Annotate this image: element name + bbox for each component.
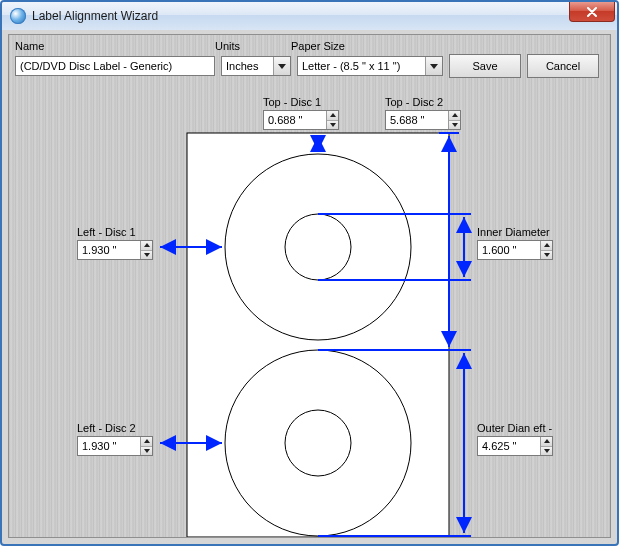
cancel-button[interactable]: Cancel xyxy=(527,54,599,78)
spinner-arrows[interactable] xyxy=(448,111,460,129)
left-disc1-label: Left - Disc 1 xyxy=(77,226,136,238)
top-disc1-value[interactable] xyxy=(264,111,326,129)
title-bar[interactable]: Label Alignment Wizard xyxy=(2,2,617,30)
top-disc2-label: Top - Disc 2 xyxy=(385,96,443,108)
name-label: Name xyxy=(15,40,215,52)
window-title: Label Alignment Wizard xyxy=(32,9,158,23)
units-value: Inches xyxy=(226,60,258,72)
top-disc2-input[interactable] xyxy=(385,110,461,130)
left-disc1-input[interactable] xyxy=(77,240,153,260)
name-value: (CD/DVD Disc Label - Generic) xyxy=(20,60,172,72)
paper-value: Letter - (8.5 " x 11 ") xyxy=(302,60,400,72)
chevron-down-icon xyxy=(425,57,442,75)
spinner-arrows[interactable] xyxy=(140,437,152,455)
inner-diameter-input[interactable] xyxy=(477,240,553,260)
left-disc2-value[interactable] xyxy=(78,437,140,455)
client-area: Name Units Paper Size (CD/DVD Disc Label… xyxy=(8,34,611,538)
inner-diameter-value[interactable] xyxy=(478,241,540,259)
disc-layout-diagram xyxy=(15,93,605,537)
save-button[interactable]: Save xyxy=(449,54,521,78)
spinner-arrows[interactable] xyxy=(326,111,338,129)
close-button[interactable] xyxy=(569,2,615,22)
inner-diameter-label: Inner Diameter xyxy=(477,226,550,238)
units-label: Units xyxy=(215,40,291,52)
left-disc2-label: Left - Disc 2 xyxy=(77,422,136,434)
spinner-arrows[interactable] xyxy=(540,241,552,259)
app-icon xyxy=(10,8,26,24)
left-disc2-input[interactable] xyxy=(77,436,153,456)
left-disc1-value[interactable] xyxy=(78,241,140,259)
toolbar: Name Units Paper Size (CD/DVD Disc Label… xyxy=(15,39,604,78)
top-disc1-label: Top - Disc 1 xyxy=(263,96,321,108)
spinner-arrows[interactable] xyxy=(540,437,552,455)
name-input[interactable]: (CD/DVD Disc Label - Generic) xyxy=(15,56,215,76)
top-disc1-input[interactable] xyxy=(263,110,339,130)
window-controls xyxy=(569,2,615,22)
spinner-arrows[interactable] xyxy=(140,241,152,259)
app-window: Label Alignment Wizard Name Units Paper … xyxy=(0,0,619,546)
outer-diameter-input[interactable] xyxy=(477,436,553,456)
top-disc2-value[interactable] xyxy=(386,111,448,129)
outer-diameter-label: Outer Dian eft - xyxy=(477,422,552,434)
units-select[interactable]: Inches xyxy=(221,56,291,76)
alignment-canvas: Top - Disc 1 Top - Disc 2 Left - Disc 1 … xyxy=(15,93,604,531)
paper-size-label: Paper Size xyxy=(291,40,443,52)
close-icon xyxy=(586,7,598,17)
paper-size-select[interactable]: Letter - (8.5 " x 11 ") xyxy=(297,56,443,76)
outer-diameter-value[interactable] xyxy=(478,437,540,455)
chevron-down-icon xyxy=(273,57,290,75)
